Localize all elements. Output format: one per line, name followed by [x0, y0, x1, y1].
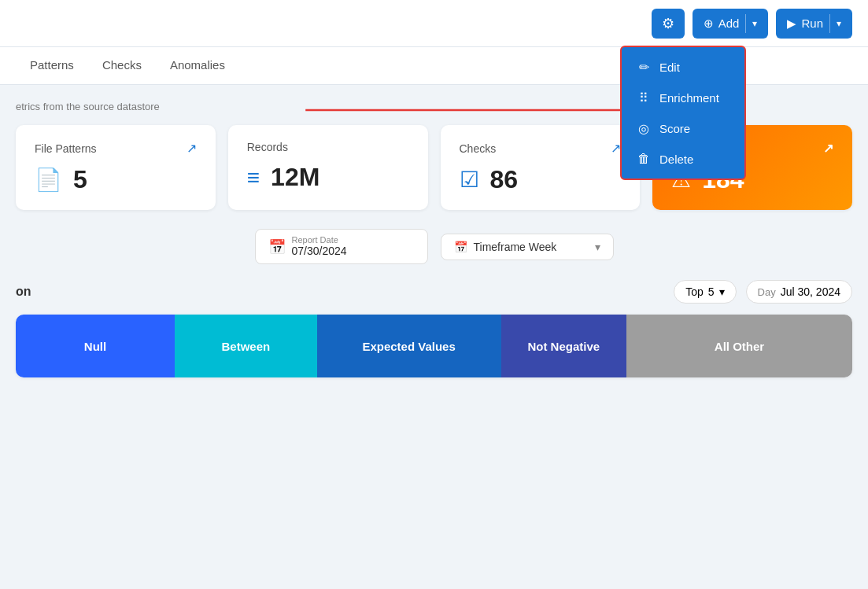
bar-segment-not-negative[interactable]: Not Negative [501, 315, 626, 377]
day-value: Jul 30, 2024 [781, 285, 840, 298]
card-file-patterns: File Patterns ↗ 📄 5 [16, 125, 216, 210]
report-date-label: Report Date [292, 236, 347, 245]
bar-label: Not Negative [527, 340, 600, 353]
timeframe-value: Week [529, 241, 557, 253]
bar-segment-all-other[interactable]: All Other [626, 315, 852, 377]
card-title: File Patterns [35, 142, 97, 155]
card-header: Records [247, 141, 409, 153]
top-chevron-icon: ▾ [719, 285, 725, 298]
bar-segment-between[interactable]: Between [175, 315, 317, 377]
calendar-icon: 📅 [268, 238, 286, 256]
card-value: 12M [271, 163, 319, 192]
score-icon: ◎ [636, 121, 652, 136]
tab-anomalies[interactable]: Anomalies [156, 47, 239, 85]
card-external-link-icon[interactable]: ↗ [823, 141, 833, 156]
card-value-row: ≡ 12M [247, 163, 409, 192]
bar-segment-null[interactable]: Null [16, 315, 175, 377]
tab-checks[interactable]: Checks [88, 47, 156, 85]
card-icon: ≡ [247, 165, 260, 190]
menu-item-enrichment[interactable]: ⠿Enrichment [622, 83, 744, 113]
dropdown-menu: ✏Edit⠿Enrichment◎Score🗑Delete [620, 46, 746, 180]
menu-item-label: Delete [659, 153, 693, 166]
toolbar: ⚙ ⊕ Add ▾ ▶ Run ▾ [0, 0, 868, 47]
menu-item-label: Enrichment [659, 91, 719, 105]
report-date-filter[interactable]: 📅 Report Date 07/30/2024 [255, 229, 428, 264]
card-value: 86 [490, 165, 519, 194]
bar-chart: NullBetweenExpected ValuesNot NegativeAl… [16, 315, 852, 377]
day-selector: Day Jul 30, 2024 [746, 280, 852, 304]
timeframe-content: Timeframe Week [474, 241, 557, 253]
filter-row: 📅 Report Date 07/30/2024 📅 Timeframe Wee… [16, 229, 852, 264]
add-plus-icon: ⊕ [704, 17, 714, 31]
bar-label: Between [221, 340, 270, 353]
top-selector[interactable]: Top 5 ▾ [674, 280, 736, 304]
add-button[interactable]: ⊕ Add ▾ [693, 9, 769, 39]
section-wrapper: on Top 5 ▾ Day Jul 30, 2024 NullBetweenE… [16, 280, 852, 377]
card-title: Checks [460, 142, 497, 155]
menu-item-label: Edit [659, 61, 680, 74]
section-heading-row: on Top 5 ▾ Day Jul 30, 2024 [16, 280, 852, 304]
card-records: Records ≡ 12M [228, 125, 428, 210]
section-title: on [16, 285, 31, 299]
add-label: Add [718, 17, 740, 30]
card-external-link-icon[interactable]: ↗ [187, 141, 197, 156]
timeframe-filter[interactable]: 📅 Timeframe Week ▾ [441, 234, 614, 260]
run-chevron-icon: ▾ [837, 18, 841, 29]
gear-button[interactable]: ⚙ [652, 9, 685, 39]
bar-label: All Other [715, 340, 764, 353]
top-value: 5 [708, 285, 715, 298]
menu-item-label: Score [659, 122, 690, 135]
day-label: Day [758, 286, 776, 298]
run-button[interactable]: ▶ Run ▾ [776, 9, 852, 39]
menu-item-edit[interactable]: ✏Edit [622, 52, 744, 83]
report-date-value: 07/30/2024 [292, 245, 347, 257]
gear-icon: ⚙ [662, 15, 674, 32]
menu-item-score[interactable]: ◎Score [622, 113, 744, 144]
add-divider [745, 14, 746, 33]
timeframe-calendar-icon: 📅 [454, 241, 467, 253]
section-controls: Top 5 ▾ Day Jul 30, 2024 [674, 280, 852, 304]
run-label: Run [801, 17, 823, 30]
tab-patterns[interactable]: Patterns [16, 47, 88, 85]
timeframe-chevron-icon: ▾ [595, 241, 600, 253]
edit-icon: ✏ [636, 60, 652, 75]
delete-icon: 🗑 [636, 152, 652, 166]
card-value-row: ☑ 86 [460, 165, 622, 194]
card-header: File Patterns ↗ [35, 141, 197, 156]
card-icon: 📄 [35, 167, 62, 193]
run-divider [829, 14, 830, 33]
card-value-row: 📄 5 [35, 165, 197, 194]
menu-item-delete[interactable]: 🗑Delete [622, 144, 744, 174]
bar-label: Expected Values [362, 340, 455, 353]
bar-label: Null [84, 340, 106, 353]
report-date-content: Report Date 07/30/2024 [292, 236, 347, 257]
card-icon: ☑ [460, 167, 479, 193]
run-play-icon: ▶ [787, 17, 796, 31]
card-checks: Checks ↗ ☑ 86 [441, 125, 641, 210]
add-chevron-icon: ▾ [752, 18, 757, 29]
top-label: Top [685, 285, 704, 298]
card-value: 5 [73, 165, 87, 194]
enrichment-icon: ⠿ [636, 90, 652, 105]
card-title: Records [247, 141, 288, 153]
card-header: Checks ↗ [460, 141, 622, 156]
bar-segment-expected-values[interactable]: Expected Values [317, 315, 501, 377]
timeframe-label: Timeframe [474, 241, 526, 253]
